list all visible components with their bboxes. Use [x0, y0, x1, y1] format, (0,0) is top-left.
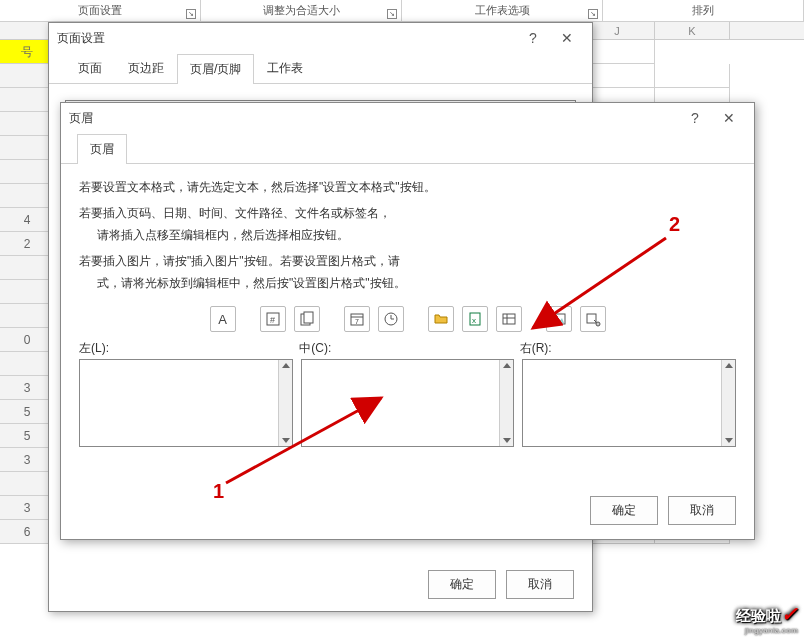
- cell[interactable]: 号: [0, 40, 55, 64]
- ribbon-group-label: 页面设置: [78, 3, 122, 18]
- ribbon-group-label: 工作表选项: [475, 3, 530, 18]
- tab-header[interactable]: 页眉: [77, 134, 127, 164]
- cancel-button[interactable]: 取消: [506, 570, 574, 599]
- ok-button[interactable]: 确定: [428, 570, 496, 599]
- tab-page[interactable]: 页面: [65, 53, 115, 83]
- sheet-name-icon[interactable]: [496, 306, 522, 332]
- tab-header-footer[interactable]: 页眉/页脚: [177, 54, 254, 84]
- row-header[interactable]: [0, 472, 55, 496]
- svg-text:7: 7: [355, 318, 359, 325]
- ribbon-group-arrange: 排列: [603, 0, 804, 21]
- dialog-title: 页面设置: [57, 30, 516, 47]
- format-picture-icon[interactable]: [580, 306, 606, 332]
- row-header[interactable]: [0, 352, 55, 376]
- tab-margins[interactable]: 页边距: [115, 53, 177, 83]
- row-header[interactable]: [0, 112, 55, 136]
- center-section-input[interactable]: [301, 359, 515, 447]
- dialog-launcher-icon[interactable]: ↘: [588, 9, 598, 19]
- header-dialog: 页眉 ? ✕ 页眉 若要设置文本格式，请先选定文本，然后选择"设置文本格式"按钮…: [60, 102, 755, 540]
- ribbon-group-page-setup: 页面设置 ↘: [0, 0, 201, 21]
- row-header[interactable]: [0, 136, 55, 160]
- svg-point-18: [596, 322, 600, 326]
- format-text-icon[interactable]: A: [210, 306, 236, 332]
- svg-text:x: x: [472, 316, 476, 325]
- instruction-line: 若要插入页码、日期、时间、文件路径、文件名或标签名，: [79, 206, 391, 220]
- instruction-line: 式，请将光标放到编辑框中，然后按"设置图片格式"按钮。: [79, 272, 736, 294]
- row-header[interactable]: 3: [0, 376, 55, 400]
- row-header[interactable]: 3: [0, 448, 55, 472]
- watermark-text: 经验啦: [736, 607, 781, 624]
- dialog-footer: 确定 取消: [428, 570, 574, 599]
- toolbar: A # 7 x: [79, 306, 736, 332]
- instruction-text: 若要插入页码、日期、时间、文件路径、文件名或标签名， 请将插入点移至编辑框内，然…: [79, 202, 736, 246]
- row-header[interactable]: [0, 304, 55, 328]
- pages-icon[interactable]: [294, 306, 320, 332]
- col-header-K[interactable]: K: [655, 22, 730, 39]
- dialog-footer: 确定 取消: [590, 496, 736, 525]
- tabbar: 页面 页边距 页眉/页脚 工作表: [49, 53, 592, 84]
- svg-rect-3: [304, 312, 313, 323]
- titlebar: 页面设置 ? ✕: [49, 23, 592, 53]
- help-button[interactable]: ?: [516, 25, 550, 51]
- section-editors: [79, 359, 736, 447]
- time-icon[interactable]: [378, 306, 404, 332]
- cell[interactable]: [655, 64, 730, 88]
- titlebar: 页眉 ? ✕: [61, 103, 754, 133]
- ribbon-group-fit: 调整为合适大小 ↘: [201, 0, 402, 21]
- row-header[interactable]: [0, 88, 55, 112]
- dialog-launcher-icon[interactable]: ↘: [186, 9, 196, 19]
- instruction-line: 请将插入点移至编辑框内，然后选择相应按钮。: [79, 224, 736, 246]
- center-section-label: 中(C):: [295, 340, 515, 357]
- left-section-label: 左(L):: [79, 340, 295, 357]
- close-button[interactable]: ✕: [550, 25, 584, 51]
- ribbon-group-label: 调整为合适大小: [263, 3, 340, 18]
- col-header[interactable]: [0, 22, 55, 39]
- scrollbar[interactable]: [499, 360, 513, 446]
- row-header[interactable]: [0, 280, 55, 304]
- left-section-input[interactable]: [79, 359, 293, 447]
- svg-rect-12: [503, 314, 515, 324]
- svg-rect-17: [587, 314, 596, 323]
- ribbon-group-sheet-options: 工作表选项 ↘: [402, 0, 603, 21]
- help-button[interactable]: ?: [678, 105, 712, 131]
- right-section-input[interactable]: [522, 359, 736, 447]
- dialog-body: 若要设置文本格式，请先选定文本，然后选择"设置文本格式"按钮。 若要插入页码、日…: [61, 164, 754, 455]
- close-button[interactable]: ✕: [712, 105, 746, 131]
- cancel-button[interactable]: 取消: [668, 496, 736, 525]
- row-header[interactable]: 5: [0, 400, 55, 424]
- insert-picture-icon[interactable]: [546, 306, 572, 332]
- file-path-icon[interactable]: [428, 306, 454, 332]
- row-header[interactable]: 5: [0, 424, 55, 448]
- row-header[interactable]: 0: [0, 328, 55, 352]
- instruction-line: 若要插入图片，请按"插入图片"按钮。若要设置图片格式，请: [79, 254, 400, 268]
- row-header[interactable]: [0, 64, 55, 88]
- svg-point-16: [555, 317, 558, 320]
- dialog-title: 页眉: [69, 110, 678, 127]
- watermark: 经验啦✓ jingyanla.com: [736, 602, 798, 635]
- tab-worksheet[interactable]: 工作表: [254, 53, 316, 83]
- watermark-url: jingyanla.com: [736, 626, 798, 635]
- dialog-launcher-icon[interactable]: ↘: [387, 9, 397, 19]
- svg-text:#: #: [270, 315, 275, 325]
- section-labels: 左(L): 中(C): 右(R):: [79, 340, 736, 357]
- ribbon: 页面设置 ↘ 调整为合适大小 ↘ 工作表选项 ↘ 排列: [0, 0, 804, 22]
- tabbar: 页眉: [61, 133, 754, 164]
- ribbon-group-label: 排列: [692, 3, 714, 18]
- instruction-text: 若要插入图片，请按"插入图片"按钮。若要设置图片格式，请 式，请将光标放到编辑框…: [79, 250, 736, 294]
- row-header[interactable]: 6: [0, 520, 55, 544]
- file-name-icon[interactable]: x: [462, 306, 488, 332]
- annotation-label-1: 1: [213, 480, 224, 502]
- scrollbar[interactable]: [721, 360, 735, 446]
- row-header[interactable]: 3: [0, 496, 55, 520]
- row-header[interactable]: [0, 184, 55, 208]
- row-header[interactable]: 2: [0, 232, 55, 256]
- date-icon[interactable]: 7: [344, 306, 370, 332]
- row-header[interactable]: 4: [0, 208, 55, 232]
- row-header[interactable]: [0, 256, 55, 280]
- page-number-icon[interactable]: #: [260, 306, 286, 332]
- ok-button[interactable]: 确定: [590, 496, 658, 525]
- right-section-label: 右(R):: [516, 340, 736, 357]
- row-header[interactable]: [0, 160, 55, 184]
- instruction-text: 若要设置文本格式，请先选定文本，然后选择"设置文本格式"按钮。: [79, 176, 736, 198]
- scrollbar[interactable]: [278, 360, 292, 446]
